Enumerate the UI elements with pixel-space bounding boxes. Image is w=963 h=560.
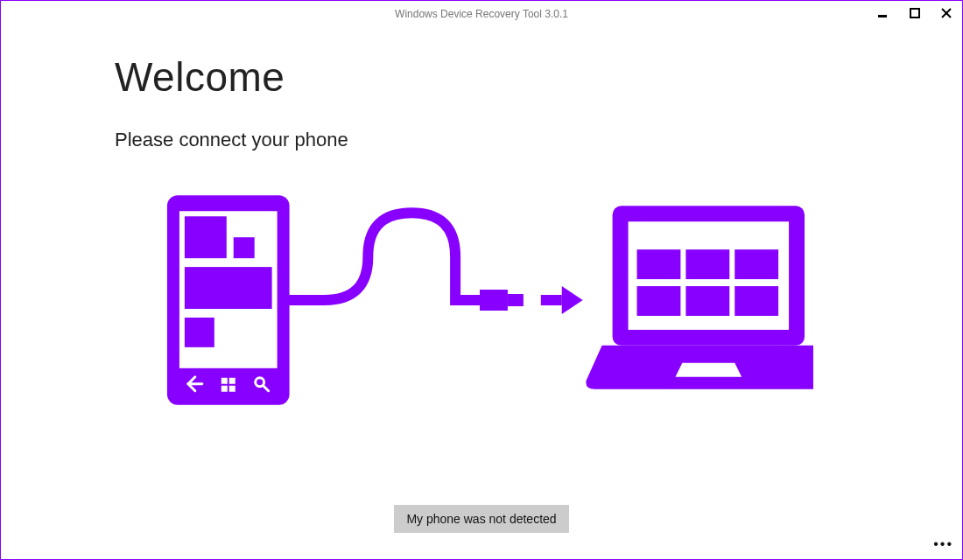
- svg-rect-25: [735, 249, 778, 279]
- svg-rect-1: [910, 9, 919, 18]
- page-subtitle: Please connect your phone: [115, 129, 848, 151]
- page-title: Welcome: [115, 53, 848, 101]
- svg-rect-7: [234, 237, 255, 258]
- more-button[interactable]: •••: [933, 536, 953, 552]
- svg-rect-6: [185, 216, 227, 258]
- svg-rect-18: [508, 294, 524, 306]
- svg-rect-13: [221, 386, 228, 392]
- svg-rect-24: [685, 249, 729, 279]
- svg-rect-28: [735, 286, 778, 316]
- close-button[interactable]: [936, 4, 957, 22]
- svg-rect-8: [185, 267, 272, 309]
- svg-rect-12: [229, 378, 235, 384]
- svg-rect-19: [541, 295, 562, 305]
- connect-phone-illustration-icon: [150, 186, 813, 414]
- illustration: [115, 186, 848, 414]
- maximize-button[interactable]: [904, 4, 925, 22]
- close-icon: [941, 8, 952, 18]
- window-title: Windows Device Recovery Tool 3.0.1: [395, 8, 568, 20]
- svg-rect-0: [878, 15, 887, 18]
- maximize-icon: [910, 8, 920, 18]
- svg-rect-9: [185, 318, 214, 347]
- svg-rect-14: [229, 386, 235, 392]
- ellipsis-icon: •••: [933, 536, 953, 551]
- svg-rect-11: [221, 378, 228, 384]
- minimize-icon: [878, 8, 889, 18]
- svg-rect-27: [685, 286, 729, 316]
- svg-marker-20: [562, 286, 583, 314]
- svg-rect-26: [637, 286, 681, 316]
- svg-rect-17: [480, 290, 508, 311]
- bottom-bar: My phone was not detected: [1, 505, 962, 533]
- minimize-button[interactable]: [873, 4, 894, 22]
- not-detected-button[interactable]: My phone was not detected: [394, 505, 568, 533]
- titlebar: Windows Device Recovery Tool 3.0.1: [1, 1, 962, 27]
- main-content: Welcome Please connect your phone: [1, 27, 962, 414]
- svg-rect-23: [637, 249, 681, 279]
